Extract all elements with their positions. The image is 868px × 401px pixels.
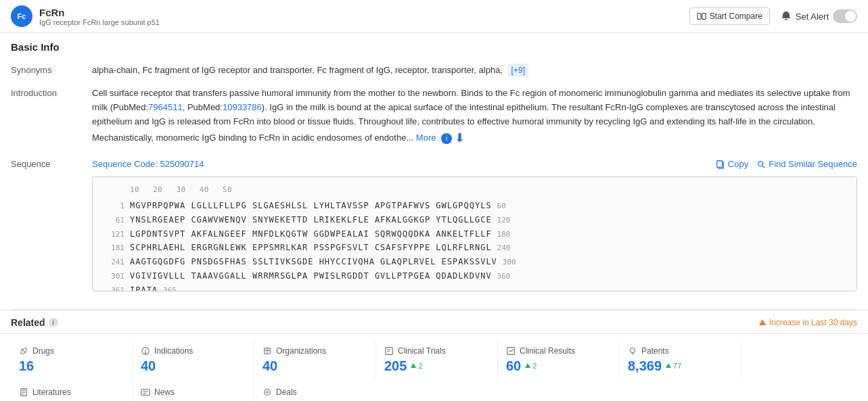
svg-marker-6 [759,319,766,325]
related-item-patents[interactable]: Patents 8,369 77 [620,339,741,381]
related-item-deals[interactable]: Deals 15 [254,381,376,401]
start-compare-button[interactable]: Start Compare [689,7,770,25]
related-item-clinical-trials[interactable]: Clinical Trials 205 2 [376,339,498,381]
up-arrow-icon [665,362,672,369]
related-item-literatures[interactable]: Literatures 1,780 [11,381,133,401]
basic-info-title: Basic Info [11,41,857,55]
table-row: 241 AAGTGQGDFG PNSDGSFHAS SSLTIVKSGDE HH… [99,255,850,269]
introduction-more-link[interactable]: More [416,133,436,143]
sequence-code[interactable]: Sequence Code: 525090714 [92,158,204,171]
up-arrow-icon [524,362,531,369]
deals-icon [262,387,272,397]
introduction-label: Introduction [11,87,92,98]
table-row: 1 MGVPRPQPWA LGLLLFLLPG SLGAESHLSL LYHLT… [99,199,850,213]
clinical-results-increase: 2 [524,362,536,370]
sequence-actions: Copy Find Similar Sequence [716,159,857,169]
pill-icon [19,346,28,356]
pubmed1-link[interactable]: 7964511 [148,102,183,112]
basic-info-section: Basic Info Synonyms alpha-chain, Fc frag… [0,33,868,309]
patents-increase: 77 [665,362,681,370]
introduction-row: Introduction Cell surface receptor that … [11,87,857,148]
literature-icon [19,387,28,397]
svg-rect-3 [717,161,723,168]
news-label: News [154,387,175,397]
org-icon [262,346,272,356]
svg-rect-1 [702,14,706,20]
trial-icon [384,346,394,356]
related-item-drugs[interactable]: Drugs 16 [11,339,133,381]
svg-point-11 [145,352,145,353]
drugs-label: Drugs [32,346,54,356]
related-trend-label: Increase in Last 30 days [758,318,857,327]
copy-button[interactable]: Copy [716,159,748,169]
compare-icon [697,11,706,21]
synonyms-row: Synonyms alpha-chain, Fc fragment of IgG… [11,64,857,77]
sequence-label: Sequence [11,158,92,169]
svg-line-5 [762,166,764,168]
sequence-row: Sequence Sequence Code: 525090714 Copy [11,158,857,291]
indication-icon [141,346,150,356]
svg-rect-15 [386,347,393,354]
clinical-results-count: 60 2 [506,358,611,374]
svg-rect-0 [698,14,701,20]
set-alert-toggle-container: Set Alert [781,9,857,23]
table-row: 301 VGIVIGVLLL TAAAVGGALL WRRMRSGLPA PWI… [99,269,850,283]
table-row: 361 IPATA 365 [99,283,850,291]
table-row: 61 YNSLRGEAEP CGAWVWENQV SNYWEKETTD LRIK… [99,213,850,227]
set-alert-label: Set Alert [796,11,829,22]
svg-line-8 [22,349,26,353]
logo-icon: Fc [11,5,32,27]
increase-arrow-icon [758,319,767,327]
indications-label: Indications [154,346,193,356]
sequence-ruler: 10 20 30 40 50 [99,184,850,197]
related-title: Related i [11,317,58,328]
related-item-clinical-results[interactable]: Clinical Results 60 2 [498,339,620,381]
related-grid: Drugs 16 Indications 40 Organizati [0,333,868,401]
scroll-down-icon[interactable]: ⬇ [455,131,465,145]
up-arrow-icon [410,362,417,369]
sequence-header: Sequence Code: 525090714 Copy [92,158,857,171]
organizations-label: Organizations [276,346,326,356]
synonyms-value: alpha-chain, Fc fragment of IgG receptor… [92,64,857,77]
svg-point-4 [758,162,763,166]
introduction-info-icon[interactable]: i [441,133,452,144]
header: Fc FcRn IgG receptor FcRn large subunit … [0,0,868,33]
table-row: 181 SCPHRLAEHL ERGRGNLEWK EPPSMRLKAR PSS… [99,241,850,255]
find-similar-button[interactable]: Find Similar Sequence [756,159,857,169]
drugs-count: 16 [19,358,124,374]
clinical-trials-count: 205 2 [384,358,489,374]
pubmed2-link[interactable]: 10933786 [223,102,262,112]
related-info-icon[interactable]: i [49,318,58,327]
set-alert-toggle[interactable] [833,9,857,23]
svg-rect-33 [143,390,146,392]
sequence-box[interactable]: 10 20 30 40 50 1 MGVPRPQPWA LGLLLFLLPG S… [92,176,857,291]
related-item-news[interactable]: News 205 5 [133,381,254,401]
gene-subtitle: IgG receptor FcRn large subunit p51 [39,18,689,26]
synonyms-badge[interactable]: [+9] [508,64,528,77]
related-item-organizations[interactable]: Organizations 40 [254,339,376,381]
search-icon [756,160,766,169]
svg-point-35 [265,389,271,395]
svg-marker-20 [525,363,530,368]
introduction-value: Cell surface receptor that transfers pas… [92,87,857,148]
alert-icon [781,11,792,22]
svg-point-21 [631,348,635,352]
patents-count: 8,369 77 [628,358,733,374]
table-row: 121 LGPDNTSVPT AKFALNGEEF MNFDLKQGTW GGD… [99,227,850,241]
gene-name: FcRn [39,7,689,18]
related-header: Related i Increase in Last 30 days [0,310,868,333]
organizations-count: 40 [262,358,367,374]
svg-marker-18 [411,363,416,368]
deals-label: Deals [276,387,297,397]
clinical-results-label: Clinical Results [520,346,575,356]
patents-label: Patents [641,346,669,356]
clinical-trials-label: Clinical Trials [398,346,446,356]
copy-icon [716,160,725,169]
header-actions: Start Compare Set Alert [689,7,857,25]
literatures-label: Literatures [32,387,71,397]
synonyms-label: Synonyms [11,64,92,75]
svg-marker-25 [666,363,671,368]
header-title-block: FcRn IgG receptor FcRn large subunit p51 [39,7,689,26]
related-item-indications[interactable]: Indications 40 [133,339,254,381]
sequence-value: Sequence Code: 525090714 Copy [92,158,857,291]
